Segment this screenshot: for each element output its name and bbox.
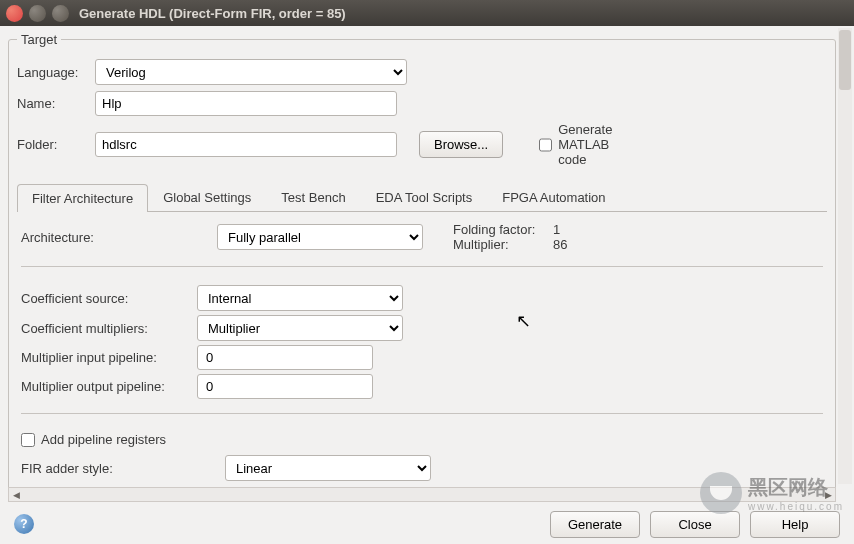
name-label: Name: [17, 96, 89, 111]
fir-adder-style-select[interactable]: Linear [225, 455, 431, 481]
filter-architecture-pane: Architecture: Fully parallel Folding fac… [17, 212, 827, 481]
browse-button[interactable]: Browse... [419, 131, 503, 158]
tab-global-settings[interactable]: Global Settings [148, 183, 266, 211]
vertical-scrollbar[interactable] [838, 28, 852, 484]
generate-button[interactable]: Generate [550, 511, 640, 538]
coeff-source-label: Coefficient source: [21, 291, 197, 306]
content-area: Target Language: Verilog Name: Folder: B… [0, 26, 854, 504]
close-icon[interactable] [6, 5, 23, 22]
target-legend: Target [17, 32, 61, 47]
mult-input-pipeline-label: Multiplier input pipeline: [21, 350, 197, 365]
tab-test-bench[interactable]: Test Bench [266, 183, 360, 211]
coeff-source-select[interactable]: Internal [197, 285, 403, 311]
architecture-label: Architecture: [21, 230, 197, 245]
mult-output-pipeline-input[interactable] [197, 374, 373, 399]
arch-stats: Folding factor:1 Multiplier:86 [453, 222, 567, 252]
close-button[interactable]: Close [650, 511, 740, 538]
generate-matlab-cb[interactable] [539, 138, 552, 152]
mult-output-pipeline-label: Multiplier output pipeline: [21, 379, 197, 394]
horizontal-scrollbar[interactable]: ◀▶ [8, 487, 836, 502]
add-pipeline-label: Add pipeline registers [41, 432, 166, 447]
coeff-multipliers-select[interactable]: Multiplier [197, 315, 403, 341]
maximize-icon[interactable] [52, 5, 69, 22]
generate-matlab-checkbox[interactable]: Generate MATLAB code [539, 122, 611, 167]
generate-matlab-label: Generate MATLAB code [558, 122, 612, 167]
folding-factor-value: 1 [553, 222, 560, 237]
fir-adder-style-label: FIR adder style: [21, 461, 225, 476]
tab-fpga-automation[interactable]: FPGA Automation [487, 183, 620, 211]
separator [21, 413, 823, 414]
folding-factor-label: Folding factor: [453, 222, 553, 237]
multiplier-count-label: Multiplier: [453, 237, 553, 252]
mult-input-pipeline-input[interactable] [197, 345, 373, 370]
language-label: Language: [17, 65, 89, 80]
tab-bar: Filter Architecture Global Settings Test… [17, 183, 827, 212]
folder-label: Folder: [17, 137, 89, 152]
help-button[interactable]: Help [750, 511, 840, 538]
tab-filter-architecture[interactable]: Filter Architecture [17, 184, 148, 212]
scroll-left-icon[interactable]: ◀ [9, 490, 23, 500]
language-select[interactable]: Verilog [95, 59, 407, 85]
window-title: Generate HDL (Direct-Form FIR, order = 8… [79, 6, 346, 21]
coeff-multipliers-label: Coefficient multipliers: [21, 321, 197, 336]
tab-eda-tool-scripts[interactable]: EDA Tool Scripts [361, 183, 488, 211]
footer: ? Generate Close Help [0, 504, 854, 544]
folder-input[interactable] [95, 132, 397, 157]
add-pipeline-cb[interactable] [21, 433, 35, 447]
name-input[interactable] [95, 91, 397, 116]
titlebar: Generate HDL (Direct-Form FIR, order = 8… [0, 0, 854, 26]
scroll-right-icon[interactable]: ▶ [821, 490, 835, 500]
separator [21, 266, 823, 267]
architecture-select[interactable]: Fully parallel [217, 224, 423, 250]
target-group: Target Language: Verilog Name: Folder: B… [8, 32, 836, 496]
scrollbar-thumb[interactable] [839, 30, 851, 90]
multiplier-count-value: 86 [553, 237, 567, 252]
add-pipeline-checkbox[interactable]: Add pipeline registers [21, 432, 166, 447]
minimize-icon[interactable] [29, 5, 46, 22]
help-icon[interactable]: ? [14, 514, 34, 534]
